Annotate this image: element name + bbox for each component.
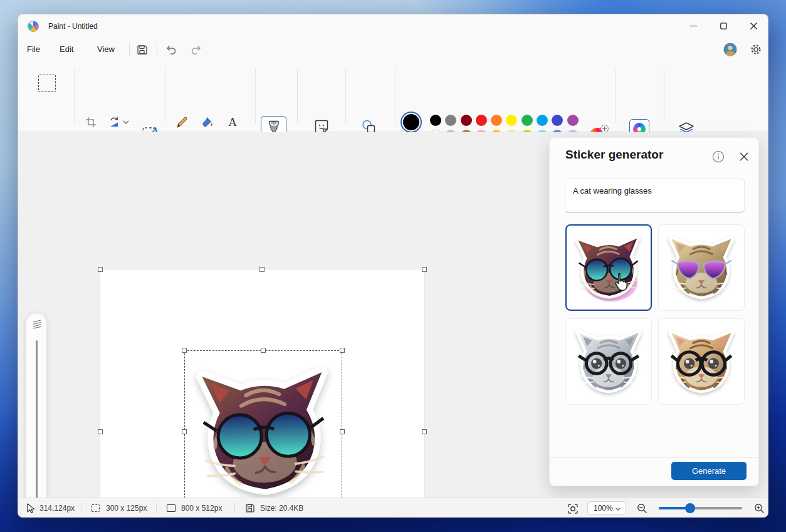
- canvas-handle-top-left[interactable]: [98, 267, 103, 272]
- panel-close-button[interactable]: [737, 150, 751, 164]
- foreground-color-swatch[interactable]: [401, 112, 422, 133]
- thickness-icon: [32, 319, 42, 329]
- crop-button[interactable]: [84, 115, 98, 129]
- color-swatch[interactable]: [552, 115, 563, 126]
- thickness-slider-track[interactable]: [36, 340, 38, 518]
- generate-button[interactable]: Generate: [671, 462, 747, 480]
- menu-divider: [157, 43, 157, 56]
- sticker-thumbnail-3-image: [570, 323, 647, 400]
- sticker-thumbnail-4[interactable]: [658, 318, 745, 405]
- sticker-thumbnail-1-image: [571, 230, 646, 305]
- ribbon-toolbar: Selection Image A: [18, 61, 768, 132]
- sticker-thumbnail-2[interactable]: [658, 224, 745, 311]
- sticker-thumbnail-2-image: [663, 229, 740, 306]
- ribbon-divider: [345, 68, 346, 123]
- ribbon-divider: [664, 68, 664, 123]
- ribbon-divider: [396, 68, 396, 123]
- desktop-wallpaper: Paint - Untitled File Edit View: [0, 0, 786, 532]
- selection-handle-top-left[interactable]: [182, 348, 187, 353]
- zoom-in-button[interactable]: [754, 503, 765, 514]
- panel-title: Sticker generator: [565, 148, 663, 162]
- selection-handle-top-center[interactable]: [261, 348, 266, 353]
- rotate-button[interactable]: [107, 115, 121, 129]
- fill-button[interactable]: [201, 115, 214, 129]
- menu-file[interactable]: File: [23, 38, 44, 61]
- maximize-icon: [720, 23, 727, 29]
- selection-marquee[interactable]: [184, 350, 342, 514]
- sticker-thumbnail-4-image: [663, 323, 740, 400]
- color-swatch[interactable]: [537, 115, 548, 126]
- sticker-thumbnail-3[interactable]: [565, 318, 652, 405]
- zoom-out-icon: [637, 503, 647, 514]
- selection-handle-mid-right[interactable]: [340, 429, 345, 434]
- zoom-out-button[interactable]: [637, 503, 647, 514]
- color-swatch[interactable]: [491, 115, 502, 126]
- cursor-position-icon: [26, 503, 36, 513]
- save-button[interactable]: [134, 43, 149, 56]
- panel-footer-divider: [550, 457, 758, 458]
- fill-icon: [201, 116, 214, 128]
- sticker-thumbnail-1[interactable]: [565, 224, 652, 311]
- zoom-slider-thumb[interactable]: [685, 503, 695, 513]
- info-icon: [712, 150, 725, 163]
- cursor-position-value: 314,124px: [39, 498, 75, 518]
- menu-view[interactable]: View: [93, 38, 118, 61]
- selection-size-icon: [91, 504, 100, 512]
- canvas-size-icon: [167, 504, 176, 512]
- paint-window: Paint - Untitled File Edit View: [18, 14, 768, 518]
- canvas-size-value: 800 x 512px: [181, 498, 222, 518]
- redo-button[interactable]: [189, 43, 204, 56]
- thickness-slider-panel: [26, 313, 47, 518]
- account-avatar[interactable]: [723, 43, 738, 56]
- color-swatch[interactable]: [567, 115, 579, 126]
- color-swatch[interactable]: [521, 115, 533, 126]
- svg-text:A: A: [228, 116, 237, 128]
- file-size-icon: [245, 503, 255, 513]
- window-title: Paint - Untitled: [48, 14, 98, 38]
- file-size-value: Size: 20.4KB: [260, 498, 303, 518]
- undo-button[interactable]: [164, 43, 179, 56]
- fit-to-window-button[interactable]: [567, 503, 579, 514]
- pencil-button[interactable]: [176, 115, 189, 129]
- maximize-button[interactable]: [709, 14, 738, 38]
- selection-handle-top-right[interactable]: [340, 348, 345, 353]
- chevron-down-icon: [615, 507, 621, 511]
- menu-edit[interactable]: Edit: [56, 38, 77, 61]
- chevron-down-icon[interactable]: [122, 120, 130, 125]
- selection-handle-mid-left[interactable]: [182, 429, 187, 434]
- canvas-handle-mid-right[interactable]: [422, 429, 427, 434]
- color-swatch[interactable]: [461, 115, 472, 126]
- zoom-level-value: 100%: [594, 504, 613, 513]
- menu-bar: File Edit View: [18, 38, 768, 61]
- zoom-level-dropdown[interactable]: 100%: [587, 501, 626, 515]
- color-swatch[interactable]: [476, 115, 487, 126]
- title-bar: Paint - Untitled: [18, 14, 768, 38]
- color-swatch[interactable]: [445, 115, 456, 126]
- canvas-handle-top-center[interactable]: [259, 267, 265, 272]
- minimize-button[interactable]: [679, 14, 708, 38]
- canvas-handle-top-right[interactable]: [422, 267, 427, 272]
- info-button[interactable]: [711, 150, 725, 164]
- ribbon-divider: [165, 68, 166, 123]
- paint-app-icon: [27, 20, 39, 33]
- close-icon: [740, 152, 748, 161]
- zoom-in-icon: [754, 503, 765, 514]
- ribbon-divider: [74, 68, 75, 123]
- color-swatch[interactable]: [506, 115, 517, 126]
- status-divider: [234, 503, 235, 513]
- text-tool-button[interactable]: A: [226, 115, 239, 129]
- prompt-input[interactable]: A cat wearing glasses: [565, 179, 745, 212]
- rotate-icon: [108, 116, 120, 128]
- close-button[interactable]: [739, 14, 768, 38]
- crop-icon: [85, 117, 97, 128]
- settings-button[interactable]: [748, 43, 763, 56]
- canvas-handle-mid-left[interactable]: [98, 429, 103, 434]
- status-divider: [81, 503, 81, 513]
- close-icon: [750, 23, 757, 29]
- save-icon: [137, 44, 147, 55]
- undo-icon: [165, 44, 177, 55]
- hand-cursor-icon: [612, 272, 629, 292]
- color-swatch[interactable]: [430, 115, 441, 126]
- selection-tool-button[interactable]: [38, 75, 56, 92]
- gear-icon: [750, 44, 762, 55]
